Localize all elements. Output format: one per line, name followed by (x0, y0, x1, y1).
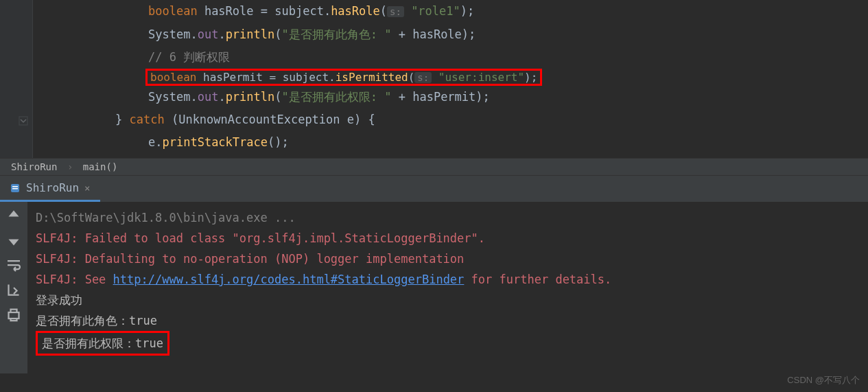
highlighted-output-line: 是否拥有此权限：true (36, 331, 860, 356)
console-panel: D:\SoftWare\jdk1.8.0\bin\java.exe ... SL… (0, 202, 868, 373)
code-line: boolean hasRole = subject.hasRole(s: "ro… (33, 0, 868, 23)
svg-rect-3 (9, 312, 19, 319)
code-line: } catch (UnknownAccountException e) { (33, 108, 868, 131)
code-editor[interactable]: boolean hasRole = subject.hasRole(s: "ro… (0, 0, 868, 158)
breadcrumb-separator: › (67, 161, 73, 172)
breadcrumb-class[interactable]: ShiroRun (11, 161, 57, 172)
svg-rect-2 (12, 188, 18, 189)
up-arrow-icon[interactable] (5, 207, 22, 224)
console-link[interactable]: http://www.slf4j.org/codes.html#StaticLo… (113, 273, 465, 286)
console-command: D:\SoftWare\jdk1.8.0\bin\java.exe ... (36, 207, 860, 228)
console-toolbar (0, 202, 27, 373)
breadcrumb-method[interactable]: main() (83, 161, 118, 172)
run-config-icon (10, 183, 21, 194)
gutter-fold-icon[interactable] (18, 115, 29, 126)
code-line: e.printStackTrace(); (33, 131, 868, 154)
editor-gutter (0, 0, 33, 158)
run-tabs: ShiroRun × (0, 176, 868, 202)
close-icon[interactable]: × (84, 183, 90, 194)
run-tab[interactable]: ShiroRun × (0, 176, 100, 202)
down-arrow-icon[interactable] (5, 232, 22, 249)
code-line: System.out.println("是否拥有此角色: " + hasRole… (33, 23, 868, 46)
console-output-line: 登录成功 (36, 290, 860, 310)
console-output-line: 是否拥有此角色：true (36, 310, 860, 331)
print-icon[interactable] (5, 306, 22, 323)
code-line: System.out.println("是否拥有此权限: " + hasPerm… (33, 86, 868, 108)
soft-wrap-icon[interactable] (5, 257, 22, 273)
scroll-to-end-icon[interactable] (5, 281, 22, 298)
run-tab-label: ShiroRun (26, 181, 79, 194)
console-error: SLF4J: Defaulting to no-operation (NOP) … (36, 249, 860, 269)
breadcrumb: ShiroRun › main() (0, 158, 868, 176)
watermark: CSDN @不写八个 (787, 374, 860, 387)
console-output[interactable]: D:\SoftWare\jdk1.8.0\bin\java.exe ... SL… (27, 202, 868, 373)
highlighted-code-line: boolean hasPermit = subject.isPermitted(… (33, 69, 868, 86)
code-line: // 6 判断权限 (33, 46, 868, 69)
console-error: SLF4J: Failed to load class "org.slf4j.i… (36, 228, 860, 249)
svg-rect-1 (12, 186, 18, 187)
console-error: SLF4J: See http://www.slf4j.org/codes.ht… (36, 269, 860, 290)
